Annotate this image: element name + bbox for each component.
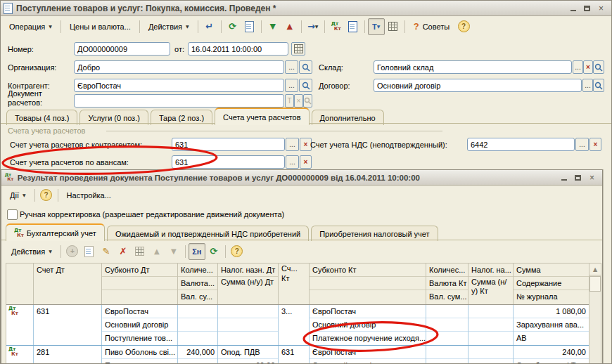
prices-currency-button[interactable]: Цены и валюта... xyxy=(64,18,136,34)
dogovor-open-button[interactable] xyxy=(593,79,604,92)
dok-text-button[interactable]: T xyxy=(285,94,294,108)
cell-subkonto-dt: Основний договір xyxy=(102,318,177,332)
tab-label: Ожидаемый и подтвержденный НДС приобрете… xyxy=(115,230,300,238)
settings-button[interactable]: Настройка... xyxy=(61,187,117,203)
filter-button[interactable]: T ▼ xyxy=(368,18,385,35)
org-select-button[interactable]: ... xyxy=(285,60,298,74)
tab-nds-priobreteniy[interactable]: Ожидаемый и подтвержденный НДС приобрете… xyxy=(107,226,309,241)
kontragent-select-button[interactable]: ... xyxy=(285,79,298,92)
list-settings-button[interactable] xyxy=(385,18,402,35)
schet-nds-clear-button[interactable]: × xyxy=(589,138,601,151)
schet-nds-select-button[interactable]: ... xyxy=(575,138,589,151)
maximize-button[interactable] xyxy=(581,3,593,13)
cell-subkonto-dt: Поступление тов... xyxy=(102,332,177,345)
nomer-field[interactable]: ДО000000009 xyxy=(74,42,170,56)
schet-nds-field[interactable]: 6442 xyxy=(467,138,575,151)
tab-label: Счета учета расчетов xyxy=(223,113,300,122)
dogovor-select-button[interactable]: ... xyxy=(582,79,593,92)
sklad-select-button[interactable]: ... xyxy=(573,60,583,74)
schet-kontragent-field[interactable]: 631 xyxy=(172,138,285,151)
table-row[interactable]: ДтКт 631 ЄвроПостач Основний договір Пос… xyxy=(6,305,589,346)
close-button[interactable]: × xyxy=(595,3,607,13)
kontragent-open-button[interactable] xyxy=(299,79,312,92)
delete-row-button[interactable]: ✗ xyxy=(115,243,132,260)
clear-icon: × xyxy=(594,141,598,148)
dok-raschetov-field[interactable] xyxy=(74,94,284,108)
refresh-button[interactable]: ⟳ xyxy=(205,243,222,260)
col-schet-dt: Счет Дт xyxy=(34,264,101,277)
goods-receipt-entry-button[interactable]: ▼ xyxy=(264,18,281,35)
tab-nalogovy-uchet[interactable]: Приобретения налоговый учет xyxy=(311,226,438,241)
maximize-button[interactable] xyxy=(572,172,584,183)
cell-soderzhanie: Оприбутковані Т... xyxy=(514,359,589,364)
dii-menu-label: Дії xyxy=(10,191,19,200)
chevron-down-icon: ▼ xyxy=(49,249,52,254)
schet-kontragent-select-button[interactable]: ... xyxy=(286,138,299,151)
col-subkonto-kt: Субконто Кт xyxy=(310,264,426,277)
cell-subkonto-dt: ЄвроПостач xyxy=(102,305,177,318)
dok-open-button[interactable] xyxy=(303,94,312,108)
sklad-label: Склад: xyxy=(319,63,343,72)
goods-return-entry-button[interactable]: ▲ xyxy=(281,18,298,35)
sklad-field[interactable]: Головний склад xyxy=(374,60,572,74)
org-open-button[interactable] xyxy=(299,60,312,74)
help-button[interactable]: ? xyxy=(38,187,55,204)
dtkt-postings-button[interactable]: ДтКт xyxy=(328,18,345,35)
minimize-button[interactable] xyxy=(567,3,579,13)
schet-avans-clear-button[interactable]: × xyxy=(300,155,312,169)
document-structure-button[interactable] xyxy=(345,18,362,35)
edit-row-button[interactable]: ✎ xyxy=(98,243,115,260)
actions-menu-button[interactable]: Действия ▼ xyxy=(143,18,195,34)
totals-button[interactable]: Σн xyxy=(189,243,205,260)
filter-icon: T xyxy=(372,22,377,31)
post-and-close-button[interactable]: ↵ xyxy=(201,18,218,35)
help-button[interactable]: ? xyxy=(229,243,246,260)
add-row-button[interactable]: + xyxy=(64,243,81,260)
date-field[interactable]: 16.04.2011 10:00:00 xyxy=(188,42,288,56)
scroll-thumb[interactable] xyxy=(589,276,601,292)
col-zhurnal: № журнала xyxy=(514,290,589,304)
magnifier-icon xyxy=(304,97,312,105)
tips-button[interactable]: ? Советы xyxy=(408,18,455,34)
tab-scheta-ucheta[interactable]: Счета учета расчетов xyxy=(215,108,309,125)
manual-correction-checkbox[interactable] xyxy=(7,209,18,220)
schet-avans-select-button[interactable]: ... xyxy=(286,155,299,169)
document-time-button[interactable] xyxy=(241,18,258,35)
group-title: Счета учета расчетов xyxy=(8,126,85,135)
move-down-button[interactable]: ▼ xyxy=(165,243,182,260)
org-field[interactable]: Добро xyxy=(74,60,284,74)
save-button[interactable] xyxy=(132,243,148,260)
dogovor-field[interactable]: Основний договір xyxy=(374,79,582,92)
close-button[interactable]: × xyxy=(586,172,598,183)
grid-actions-toolbar: Действия ▼ + ✎ ✗ ▲ ▼ Σн ⟳ ? xyxy=(3,242,602,261)
scroll-up-button[interactable]: ▲ xyxy=(589,264,601,275)
table-header: Счет Дт Субконто Дт Количе... Валюта... … xyxy=(6,263,589,305)
move-up-button[interactable]: ▲ xyxy=(148,243,165,260)
sklad-open-button[interactable] xyxy=(593,60,604,74)
posting-result-window: ДтКт Результат проведения документа Пост… xyxy=(1,169,603,364)
post-document-button[interactable]: ⟳ xyxy=(224,18,241,35)
grid-actions-button[interactable]: Действия ▼ xyxy=(6,243,58,259)
cell-subkonto-dt: Пиво Оболонь сві... xyxy=(102,346,177,359)
tab-buh-uchet[interactable]: ДтКт Бухгалтерский учет xyxy=(6,223,105,241)
sklad-clear-button[interactable]: × xyxy=(583,60,593,74)
refresh-icon: ⟳ xyxy=(210,247,217,256)
calendar-button[interactable] xyxy=(291,42,305,56)
minimize-button[interactable] xyxy=(558,172,570,183)
tab-label: Тара (2 поз.) xyxy=(159,114,204,122)
copy-row-button[interactable] xyxy=(81,243,98,260)
create-based-on-button[interactable]: → ▼ xyxy=(305,18,321,35)
cell-nalog-dt: Опод. ПДВ xyxy=(218,346,278,359)
schet-avans-field[interactable]: 631 xyxy=(172,155,285,169)
tips-label: Советы xyxy=(423,22,450,31)
table-row[interactable]: ДтКт 281 Пиво Оболонь сві... Поступление… xyxy=(6,346,589,364)
kontragent-field[interactable]: ЄвроПостач xyxy=(74,79,284,92)
chevron-down-icon: ▼ xyxy=(186,24,189,29)
dii-menu-button[interactable]: Дії ▼ xyxy=(4,187,32,203)
dok-clear-button[interactable]: × xyxy=(294,94,303,108)
dogovor-label: Договор: xyxy=(319,82,350,90)
operation-menu-button[interactable]: Операция ▼ xyxy=(4,18,58,34)
table-scrollbar[interactable]: ▲ xyxy=(589,263,601,364)
copy-icon xyxy=(84,246,94,257)
help-button[interactable]: ? xyxy=(455,18,472,35)
